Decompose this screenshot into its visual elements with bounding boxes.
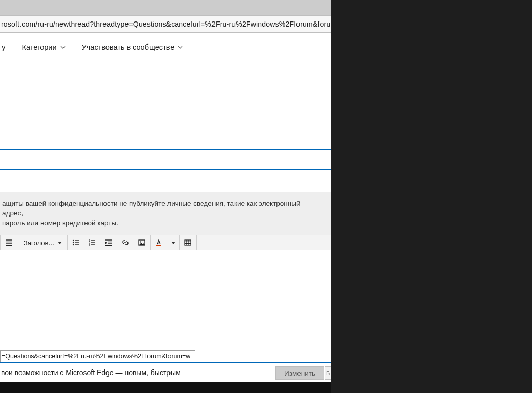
edge-promo-more-button[interactable]: Б xyxy=(325,366,331,380)
image-button[interactable] xyxy=(134,235,150,250)
edge-promo-button[interactable]: Изменить xyxy=(275,366,324,380)
status-bar-text: =Questions&cancelurl=%2Fru-ru%2Fwindows%… xyxy=(2,353,190,360)
font-color-button[interactable] xyxy=(151,235,167,250)
toolbar-separator xyxy=(196,235,197,250)
link-button[interactable] xyxy=(117,235,134,250)
nav-categories[interactable]: Категории xyxy=(22,43,66,51)
spacer xyxy=(0,170,331,192)
caret-down-icon xyxy=(171,242,175,244)
align-justify-button[interactable] xyxy=(1,235,17,250)
edge-promo-more-glyph: Б xyxy=(326,370,330,376)
nav-participate-label: Участвовать в сообществе xyxy=(82,43,175,51)
site-nav: y Категории Участвовать в сообществе xyxy=(0,33,331,61)
thread-title-input[interactable] xyxy=(0,149,331,170)
ordered-list-button[interactable]: 123 xyxy=(84,235,100,250)
edge-promo-bar: вои возможности с Microsoft Edge — новым… xyxy=(0,362,331,382)
svg-rect-24 xyxy=(185,240,191,245)
privacy-notice-line: пароль или номер кредитной карты. xyxy=(2,218,323,228)
editor-textarea[interactable] xyxy=(0,250,331,341)
nav-participate[interactable]: Участвовать в сообществе xyxy=(82,43,183,51)
tab-strip xyxy=(0,0,331,15)
edge-promo-text: вои возможности с Microsoft Edge — новым… xyxy=(1,368,181,377)
edge-promo-button-label: Изменить xyxy=(284,369,315,377)
svg-point-5 xyxy=(73,242,74,243)
heading-dropdown[interactable]: Заголов… xyxy=(17,235,67,250)
nav-categories-label: Категории xyxy=(22,43,57,51)
privacy-notice: ащиты вашей конфиденциальности не публик… xyxy=(0,192,331,235)
svg-rect-23 xyxy=(156,245,161,246)
chevron-down-icon xyxy=(178,45,183,50)
privacy-notice-line: ащиты вашей конфиденциальности не публик… xyxy=(2,199,323,218)
unordered-list-button[interactable] xyxy=(68,235,84,250)
indent-button[interactable] xyxy=(100,235,117,250)
address-bar[interactable]: rosoft.com/ru-ru/newthread?threadtype=Qu… xyxy=(0,15,331,33)
table-button[interactable] xyxy=(180,235,196,250)
editor-toolbar: Заголов… 123 xyxy=(0,235,331,250)
svg-point-4 xyxy=(73,240,74,241)
chevron-down-icon xyxy=(60,45,66,50)
font-color-dropdown[interactable] xyxy=(167,235,179,250)
heading-dropdown-label: Заголов… xyxy=(24,239,55,247)
svg-point-22 xyxy=(140,241,141,242)
caret-down-icon xyxy=(58,242,62,244)
svg-text:3: 3 xyxy=(89,243,90,246)
browser-window: rosoft.com/ru-ru/newthread?threadtype=Qu… xyxy=(0,0,331,393)
address-bar-text: rosoft.com/ru-ru/newthread?threadtype=Qu… xyxy=(0,20,331,28)
nav-truncated-text: y xyxy=(2,42,6,51)
svg-point-6 xyxy=(73,244,74,245)
status-bar: =Questions&cancelurl=%2Fru-ru%2Fwindows%… xyxy=(0,350,195,362)
spacer xyxy=(0,61,331,149)
page-content: y Категории Участвовать в сообществе ащи… xyxy=(0,33,331,393)
taskbar-fragment xyxy=(0,382,331,393)
